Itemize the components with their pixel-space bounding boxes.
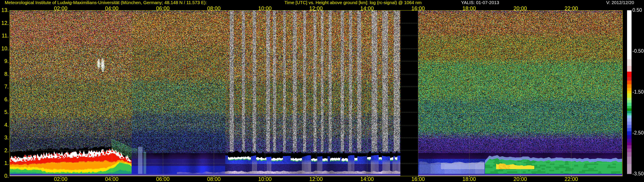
x-tick-label-bottom: 14:00: [360, 177, 374, 182]
x-tick-label-top: 08:00: [207, 6, 221, 11]
x-tick-label-top: 12:00: [309, 6, 323, 11]
header-system-date: YALIS: 01-07-2013: [461, 0, 499, 5]
header-institute: Meteorological Institute of Ludwig-Maxim…: [5, 0, 207, 5]
x-tick-label-top: 14:00: [360, 6, 374, 11]
y-tick-label: 13.: [0, 7, 9, 13]
lidar-quicklook-screen: Meteorological Institute of Ludwig-Maxim…: [0, 0, 644, 182]
x-tick-label-top: 16:00: [411, 6, 425, 11]
x-tick-label-top: 06:00: [156, 6, 170, 11]
colorbar-tick-label: -3.50: [632, 171, 644, 177]
y-tick-label: 0.: [0, 173, 9, 179]
y-tick-label: 1.: [0, 160, 9, 166]
y-tick-label: 2.: [0, 148, 9, 153]
header-plot-title: Time [UTC] vs. Height above ground [km]:…: [284, 0, 422, 5]
colorbar-tick-label: -1.50: [632, 89, 644, 95]
x-tick-label-top: 18:00: [462, 6, 476, 11]
header-version: V: 2012/12/20: [606, 0, 634, 5]
x-tick-label-bottom: 16:00: [411, 177, 425, 182]
colorbar-tick-label: -2.50: [632, 130, 644, 136]
y-tick-label: 4.: [0, 122, 9, 128]
y-tick-label: 6.: [0, 97, 9, 102]
y-tick-label: 10.: [0, 46, 9, 51]
x-tick-label-top: 04:00: [105, 6, 118, 11]
x-tick-label-bottom: 18:00: [462, 177, 476, 182]
y-tick-label: 11.: [0, 33, 9, 38]
x-tick-label-bottom: 22:00: [564, 177, 578, 182]
x-tick-label-bottom: 12:00: [309, 177, 323, 182]
x-tick-label-bottom: 20:00: [514, 177, 527, 182]
x-tick-label-bottom: 06:00: [156, 177, 170, 182]
x-tick-label-top: 10:00: [258, 6, 272, 11]
y-tick-label: 7.: [0, 84, 9, 89]
colorbar-tick-label: -0.50: [632, 48, 644, 54]
x-tick-label-bottom: 08:00: [207, 177, 221, 182]
y-tick-label: 12.: [0, 20, 9, 26]
x-tick-label-top: 22:00: [564, 6, 578, 11]
x-tick-label-top: 20:00: [514, 6, 527, 11]
lidar-heatmap-canvas: [0, 0, 644, 182]
x-tick-label-bottom: 04:00: [105, 177, 118, 182]
y-tick-label: 5.: [0, 109, 9, 115]
colorbar-tick-label: 0.50: [632, 7, 642, 13]
y-tick-label: 9.: [0, 58, 9, 64]
y-tick-label: 8.: [0, 71, 9, 77]
x-tick-label-top: 02:00: [54, 6, 68, 11]
y-tick-label: 3.: [0, 135, 9, 140]
x-tick-label-bottom: 10:00: [258, 177, 272, 182]
x-tick-label-bottom: 02:00: [54, 177, 68, 182]
